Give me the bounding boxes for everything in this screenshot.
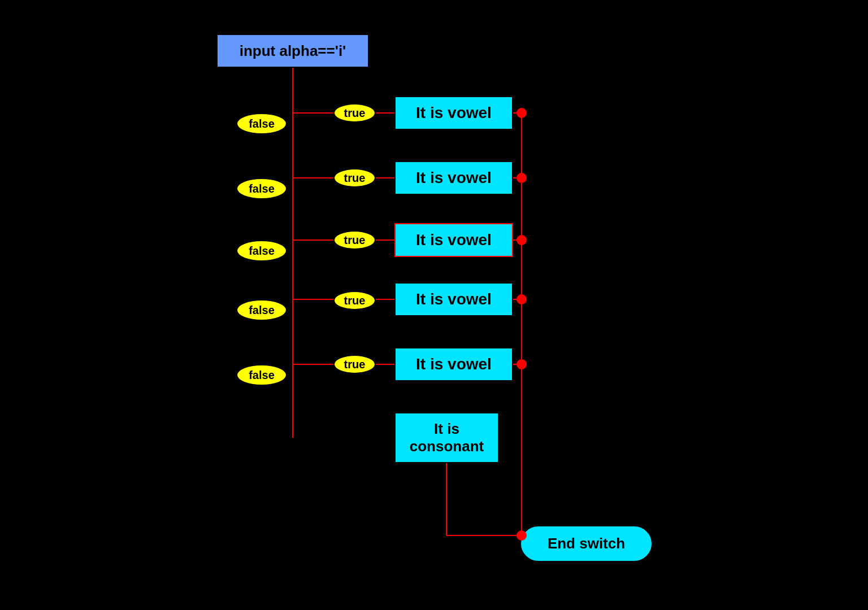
false-text-5: false [249, 369, 275, 382]
true-text-5: true [344, 358, 366, 371]
true-text-2: true [344, 172, 366, 185]
false-label-4: false [236, 299, 287, 321]
start-node: input alpha=='i' [216, 34, 369, 68]
vowel-label-4: It is vowel [416, 290, 492, 308]
vowel-label-2: It is vowel [416, 169, 492, 187]
false-label-2: false [236, 178, 287, 199]
true-label-5: true [333, 355, 376, 374]
consonant-label: It isconsonant [410, 420, 484, 455]
false-text-2: false [249, 182, 275, 195]
vowel-node-2: It is vowel [394, 161, 513, 195]
vowel-node-4: It is vowel [394, 282, 513, 316]
dot-5 [517, 359, 527, 369]
true-label-2: true [333, 168, 376, 188]
dot-2 [517, 173, 527, 183]
vowel-node-5: It is vowel [394, 347, 513, 381]
dot-4 [517, 294, 527, 304]
false-text-3: false [249, 245, 275, 258]
true-label-3: true [333, 230, 376, 250]
false-text-4: false [249, 304, 275, 317]
true-text-3: true [344, 234, 366, 247]
false-label-5: false [236, 364, 287, 386]
false-text-1: false [249, 117, 275, 130]
vowel-label-5: It is vowel [416, 355, 492, 373]
vowel-node-1: It is vowel [394, 96, 513, 130]
dot-1 [517, 108, 527, 118]
false-label-1: false [236, 113, 287, 134]
dot-6 [517, 530, 527, 541]
consonant-node: It isconsonant [394, 412, 499, 463]
true-text-4: true [344, 294, 366, 307]
vowel-node-3: It is vowel [394, 223, 513, 257]
true-label-1: true [333, 103, 376, 123]
vowel-label-1: It is vowel [416, 104, 492, 122]
false-label-3: false [236, 240, 287, 262]
end-switch-node: End switch [520, 525, 653, 562]
vowel-label-3: It is vowel [416, 231, 492, 249]
true-label-4: true [333, 291, 376, 310]
dot-3 [517, 235, 527, 245]
end-label: End switch [548, 535, 625, 552]
true-text-1: true [344, 107, 366, 120]
